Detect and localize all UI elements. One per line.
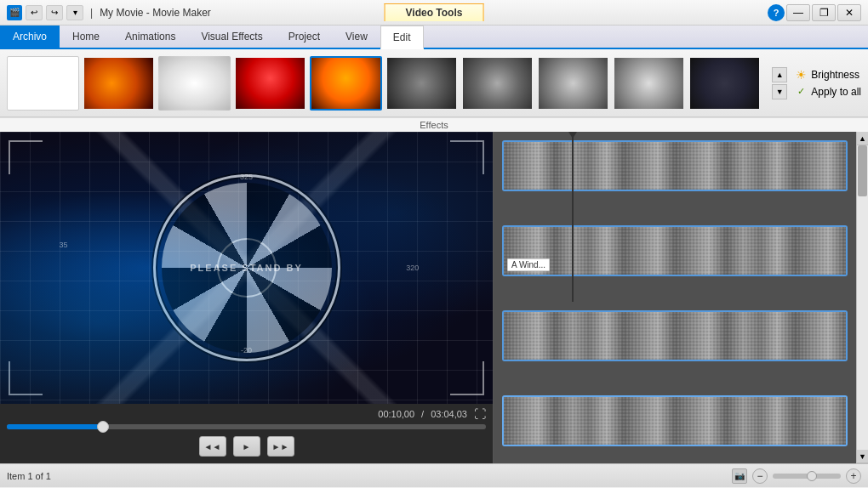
clip-noise (504, 142, 846, 190)
progress-bar[interactable] (7, 424, 486, 429)
zoom-slider[interactable] (773, 474, 841, 479)
scroll-up-btn[interactable]: ▲ (772, 67, 787, 82)
status-bar: Item 1 of 1 📷 − + (0, 463, 868, 487)
timeline-clip-4[interactable] (502, 395, 848, 446)
effects-label: Effects (0, 117, 868, 132)
app-icon: 🎬 (7, 5, 22, 20)
timeline-scrollbar[interactable]: ▲ ▼ (856, 132, 868, 463)
ribbon-tabs: Archivo Home Animations Visual Effects P… (0, 26, 868, 49)
tab-archivo[interactable]: Archivo (0, 26, 60, 48)
progress-fill (7, 424, 103, 429)
main-area: PLEASE STAND BY 325 320 -20 35 00:10 (0, 132, 868, 463)
brightness-label: Brightness (811, 69, 859, 81)
forward-button[interactable]: ►► (267, 436, 294, 457)
effect-gray3[interactable] (537, 56, 609, 111)
effects-grid (7, 56, 768, 111)
effects-toolbar: ▲ ▼ ☀ Brightness ✓ Apply to all (0, 49, 868, 117)
effect-gray2[interactable] (461, 56, 534, 111)
effects-sidebar: ☀ Brightness ✓ Apply to all (794, 68, 861, 99)
video-canvas: PLEASE STAND BY 325 320 -20 35 (0, 132, 493, 404)
effect-orange-inner[interactable] (83, 56, 155, 111)
play-button[interactable]: ► (233, 436, 260, 457)
preview-controls: 00:10,00 / 03:04,03 ⛶ ◄◄ ► ►► (0, 404, 493, 463)
time-display: 00:10,00 / 03:04,03 ⛶ (7, 407, 486, 421)
effect-gray1[interactable] (385, 56, 458, 111)
progress-thumb[interactable] (97, 421, 109, 433)
playback-controls: ◄◄ ► ►► (7, 433, 486, 460)
quick-redo-btn[interactable]: ↪ (46, 5, 63, 20)
rewind-button[interactable]: ◄◄ (199, 436, 226, 457)
timeline-clip-1[interactable] (502, 140, 848, 191)
minimize-button[interactable]: — (786, 4, 810, 21)
brightness-icon: ☀ (794, 68, 808, 82)
quick-menu-btn[interactable]: ▾ (66, 5, 83, 20)
effect-none[interactable] (7, 56, 79, 111)
snapshot-icon[interactable]: 📷 (732, 468, 747, 484)
time-total: 03:04,03 (431, 409, 467, 419)
quick-undo-btn[interactable]: ↩ (26, 5, 43, 20)
close-button[interactable]: ✕ (837, 4, 861, 21)
help-button[interactable]: ? (768, 4, 785, 21)
time-separator: / (421, 409, 424, 419)
time-current: 00:10,00 (378, 409, 414, 419)
scroll-down-btn[interactable]: ▼ (772, 84, 787, 99)
window-title: My Movie - Movie Maker (100, 7, 211, 19)
title-bar: 🎬 ↩ ↪ ▾ | My Movie - Movie Maker Video T… (0, 0, 868, 26)
scroll-track (857, 145, 868, 450)
progress-bar-area (7, 424, 486, 429)
scroll-up-btn[interactable]: ▲ (857, 132, 868, 145)
zoom-thumb[interactable] (807, 471, 817, 481)
tab-animations[interactable]: Animations (112, 26, 188, 48)
fullscreen-icon[interactable]: ⛶ (474, 407, 486, 421)
tab-visual-effects[interactable]: Visual Effects (188, 26, 275, 48)
effect-dark-blue[interactable] (688, 56, 761, 111)
clip-label: A Wind... (507, 258, 550, 271)
preview-panel: PLEASE STAND BY 325 320 -20 35 00:10 (0, 132, 494, 463)
tab-view[interactable]: View (333, 26, 380, 48)
playhead (572, 132, 574, 302)
maximize-button[interactable]: ❐ (812, 4, 836, 21)
effect-red-flower[interactable] (234, 56, 306, 111)
effect-white-cloudy[interactable] (158, 56, 231, 111)
apply-to-label: Apply to all (811, 86, 861, 98)
title-bar-left: 🎬 ↩ ↪ ▾ | My Movie - Movie Maker (0, 5, 218, 20)
tab-edit[interactable]: Edit (380, 26, 424, 49)
video-tools-badge: Video Tools (385, 7, 484, 19)
brightness-item: ☀ Brightness (794, 68, 859, 82)
timeline-clip-3[interactable] (502, 310, 848, 361)
tab-home[interactable]: Home (60, 26, 112, 48)
clip-noise (504, 227, 846, 275)
apply-to-icon: ✓ (794, 85, 808, 99)
timeline-clip-2[interactable]: A Wind... (502, 225, 848, 276)
clip-noise (504, 312, 846, 360)
zoom-in-btn[interactable]: + (846, 468, 861, 484)
timeline-panel: A Wind... ▲ ▼ (494, 132, 868, 463)
status-right: 📷 − + (732, 468, 861, 484)
apply-to-item[interactable]: ✓ Apply to all (794, 85, 861, 99)
effects-scroll: ▲ ▼ (772, 67, 787, 99)
tab-project[interactable]: Project (276, 26, 333, 48)
effect-orange-flower[interactable] (310, 56, 382, 111)
effect-gray4[interactable] (613, 56, 685, 111)
scroll-thumb[interactable] (858, 145, 867, 196)
window-controls: ? — ❐ ✕ (768, 4, 861, 21)
clip-noise (504, 397, 846, 445)
scroll-down-btn[interactable]: ▼ (857, 450, 868, 463)
status-text: Item 1 of 1 (7, 471, 51, 481)
zoom-out-btn[interactable]: − (752, 468, 768, 484)
